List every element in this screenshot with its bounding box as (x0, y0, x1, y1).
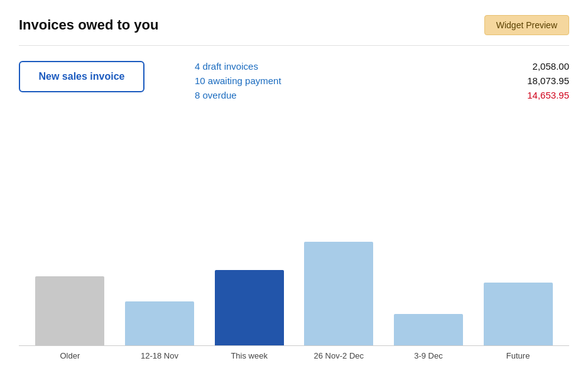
stat-row-overdue: 8 overdue 14,653.95 (195, 90, 569, 100)
stat-value-awaiting: 18,073.95 (506, 75, 569, 86)
bar-older (35, 276, 104, 345)
bar-group-future (481, 283, 556, 345)
bar-nov12 (125, 301, 194, 345)
bar-labels: Older 12-18 Nov This week 26 Nov-2 Dec 3… (19, 346, 569, 360)
bar-group-thisweek (212, 270, 287, 345)
page-title: Invoices owed to you (19, 17, 158, 33)
stats-panel: 4 draft invoices 2,058.00 10 awaiting pa… (195, 61, 569, 100)
top-section: New sales invoice 4 draft invoices 2,058… (19, 61, 569, 100)
bar-label-thisweek: This week (212, 351, 287, 360)
bar-group-older (32, 276, 107, 345)
widget-preview-button[interactable]: Widget Preview (484, 15, 569, 35)
bar-label-nov12: 12-18 Nov (122, 351, 197, 360)
stat-value-draft: 2,058.00 (506, 61, 569, 72)
bar-group-nov26 (301, 242, 376, 345)
stat-row-awaiting: 10 awaiting payment 18,073.95 (195, 75, 569, 86)
header-divider (19, 45, 569, 46)
bar-label-dec3: 3-9 Dec (391, 351, 466, 360)
bar-nov26 (304, 242, 373, 345)
widget-container: Invoices owed to you Widget Preview New … (0, 0, 588, 373)
bar-future (484, 283, 553, 345)
new-sales-invoice-button[interactable]: New sales invoice (19, 61, 144, 92)
bar-thisweek (215, 270, 284, 345)
bar-label-future: Future (481, 351, 556, 360)
stat-row-draft: 4 draft invoices 2,058.00 (195, 61, 569, 72)
bar-dec3 (394, 314, 463, 345)
stat-label-draft[interactable]: 4 draft invoices (195, 61, 320, 72)
bar-label-older: Older (32, 351, 107, 360)
bar-group-dec3 (391, 314, 466, 345)
stat-label-awaiting[interactable]: 10 awaiting payment (195, 75, 320, 86)
stat-label-overdue[interactable]: 8 overdue (195, 90, 320, 100)
chart-area: Older 12-18 Nov This week 26 Nov-2 Dec 3… (19, 113, 569, 360)
stat-value-overdue: 14,653.95 (506, 90, 569, 100)
bars-container (19, 208, 569, 346)
bar-group-nov12 (122, 301, 197, 345)
bar-label-nov26: 26 Nov-2 Dec (301, 351, 376, 360)
widget-header: Invoices owed to you Widget Preview (19, 15, 569, 35)
